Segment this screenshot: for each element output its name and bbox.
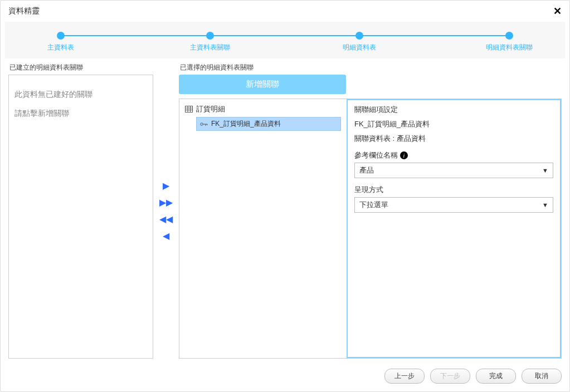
tree-child-label: FK_訂貨明細_產品資料 [211, 119, 281, 129]
step-label-4[interactable]: 明細資料表關聯 [486, 43, 533, 52]
step-label-3[interactable]: 明細資料表 [343, 43, 376, 52]
detail-related-table: 關聯資料表 : 產品資料 [354, 134, 553, 144]
detail-title: 關聯細項設定 [354, 105, 553, 115]
step-dot-2[interactable] [206, 32, 214, 40]
detail-fk-name: FK_訂貨明細_產品資料 [354, 119, 553, 129]
svg-point-5 [201, 122, 203, 125]
tree-root-label: 訂貨明細 [196, 104, 225, 114]
existing-relations-list: 此資料無已建好的關聯 請點擊新增關聯 [8, 75, 153, 359]
ref-field-select[interactable]: 產品 ▼ [354, 163, 553, 178]
existing-relations-heading: 已建立的明細資料表關聯 [9, 63, 153, 72]
existing-relations-column: 已建立的明細資料表關聯 此資料無已建好的關聯 請點擊新增關聯 [8, 63, 153, 359]
ref-field-label: 參考欄位名稱 i [354, 150, 553, 160]
display-mode-value: 下拉選單 [359, 200, 388, 210]
table-icon [185, 105, 193, 113]
add-relation-button[interactable]: 新增關聯 [179, 75, 346, 94]
tree-root-item[interactable]: 訂貨明細 [179, 102, 347, 116]
transfer-arrows: ▶ ▶▶ ◀◀ ◀ [153, 63, 179, 359]
display-mode-select[interactable]: 下拉選單 ▼ [354, 197, 553, 213]
cancel-button[interactable]: 取消 [522, 369, 562, 384]
empty-state-line-2: 請點擊新增關聯 [14, 109, 147, 119]
display-mode-label: 呈現方式 [354, 185, 553, 195]
move-right-icon[interactable]: ▶ [163, 182, 169, 190]
close-icon[interactable]: ✕ [553, 6, 562, 16]
tree-child-item[interactable]: FK_訂貨明細_產品資料 [196, 117, 341, 131]
relation-detail-panel: 關聯細項設定 FK_訂貨明細_產品資料 關聯資料表 : 產品資料 參考欄位名稱 … [347, 99, 561, 358]
svg-rect-0 [186, 106, 193, 112]
chevron-down-icon: ▼ [542, 167, 548, 174]
step-label-1[interactable]: 主資料表 [47, 43, 74, 52]
selected-relations-column: 已選擇的明細資料表關聯 新增關聯 訂貨明細 FK_訂貨明細_產品資料 [179, 63, 562, 359]
dialog-footer: 上一步 下一步 完成 取消 [1, 363, 569, 391]
selected-relations-heading: 已選擇的明細資料表關聯 [180, 63, 562, 72]
step-line [61, 35, 509, 36]
step-dot-4[interactable] [505, 32, 513, 40]
step-dot-1[interactable] [57, 32, 65, 40]
dialog-title: 資料精靈 [8, 6, 40, 16]
ref-field-value: 產品 [359, 165, 374, 175]
data-wizard-dialog: 資料精靈 ✕ 主資料表 主資料表關聯 明細資料表 明細資料表關聯 已建立的明細資… [0, 0, 570, 392]
dialog-body: 已建立的明細資料表關聯 此資料無已建好的關聯 請點擊新增關聯 ▶ ▶▶ ◀◀ ◀… [1, 58, 569, 363]
move-left-icon[interactable]: ◀ [163, 232, 169, 241]
move-all-left-icon[interactable]: ◀◀ [159, 215, 173, 224]
step-dot-3[interactable] [355, 32, 363, 40]
selected-relations-panels: 訂貨明細 FK_訂貨明細_產品資料 關聯細項設定 FK_訂貨明細_產品資料 關聯… [179, 99, 562, 359]
next-button: 下一步 [430, 369, 470, 384]
empty-state-line-1: 此資料無已建好的關聯 [14, 90, 147, 100]
relation-tree: 訂貨明細 FK_訂貨明細_產品資料 [179, 99, 347, 358]
move-all-right-icon[interactable]: ▶▶ [159, 198, 173, 207]
prev-button[interactable]: 上一步 [384, 369, 425, 384]
finish-button[interactable]: 完成 [476, 369, 516, 384]
info-icon[interactable]: i [400, 151, 408, 159]
chevron-down-icon: ▼ [542, 202, 548, 208]
dialog-header: 資料精靈 ✕ [1, 1, 569, 22]
stepper: 主資料表 主資料表關聯 明細資料表 明細資料表關聯 [5, 22, 565, 58]
key-icon [200, 121, 208, 127]
step-label-2[interactable]: 主資料表關聯 [190, 43, 230, 52]
